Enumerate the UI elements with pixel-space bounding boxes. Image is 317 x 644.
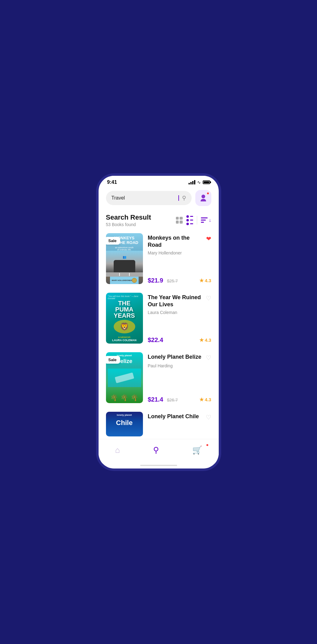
nav-search[interactable]: ⚲ (147, 444, 165, 456)
profile-button[interactable] (195, 190, 211, 206)
nav-cart[interactable]: 🛒 (186, 444, 208, 456)
main-content: Travel ⚲ Search Result 53 Books found (99, 188, 219, 439)
book-card-4[interactable]: lonely planet Chile Lonely Planet Chile … (106, 412, 211, 436)
book-title-2: The Year We Ruined Our Lives (148, 294, 203, 308)
home-indicator (140, 465, 177, 466)
book-price-2: $22.4 (148, 336, 163, 343)
book-info-4: Lonely Planet Chile ♡ (148, 412, 211, 436)
book-info-3: Lonely Planet Belize ♡ Paul Harding $21.… (148, 352, 211, 403)
book-card-3[interactable]: Sale lonely planet Belize 🌴 🌴 🌴 (106, 352, 211, 403)
favorite-button-1[interactable]: ❤ (206, 235, 211, 242)
view-controls: ↓ (176, 215, 211, 225)
results-count: 53 Books found (106, 222, 151, 227)
battery-icon (203, 180, 210, 184)
book-author-2: Laura Coleman (148, 310, 211, 315)
book-info-1: Monkeys on the Road ❤ Mary Hollendoner $… (148, 233, 211, 284)
book-price-1: $21.9 (148, 277, 163, 284)
phone-frame: 9:41 ∿ Travel ⚲ (99, 176, 219, 469)
results-text: Search Result 53 Books found (106, 213, 151, 227)
signal-icon (189, 180, 195, 184)
sort-arrow-icon: ↓ (209, 217, 211, 223)
search-input[interactable]: Travel ⚲ (106, 191, 192, 205)
search-value: Travel (112, 195, 175, 201)
star-icon-2: ★ (199, 337, 204, 343)
bottom-navigation: ⌂ ⚲ 🛒 (99, 439, 219, 464)
book-price-3: $21.4 (148, 396, 163, 403)
book-author-3: Paul Harding (148, 363, 211, 368)
sale-badge-1: Sale (106, 237, 120, 245)
book-rating-1: ★ 4.3 (199, 278, 211, 283)
star-icon-1: ★ (199, 278, 204, 283)
text-cursor (178, 195, 179, 201)
book-rating-3: ★ 4.3 (199, 397, 211, 402)
profile-icon (199, 194, 208, 202)
book-cover-4: lonely planet Chile (106, 412, 143, 436)
divider (197, 216, 197, 225)
favorite-button-4[interactable]: ♡ (206, 414, 211, 421)
book-original-price-1: $25.7 (167, 279, 178, 283)
list-view-button[interactable] (186, 215, 193, 225)
belize-palms: 🌴 🌴 🌴 (110, 394, 138, 401)
status-bar: 9:41 ∿ (99, 176, 219, 188)
book-card-2[interactable]: "You will love this book." —Jane Goodall… (106, 293, 211, 344)
profile-notification-badge (206, 192, 209, 195)
book-cover-2: "You will love this book." —Jane Goodall… (106, 293, 143, 344)
nav-home[interactable]: ⌂ (109, 444, 126, 456)
sale-badge-3: Sale (106, 356, 120, 364)
book-title-1: Monkeys on the Road (148, 234, 204, 249)
results-heading: Search Result (106, 213, 151, 221)
search-icon: ⚲ (182, 195, 186, 201)
search-row: Travel ⚲ (106, 188, 211, 206)
results-header: Search Result 53 Books found (106, 213, 211, 227)
rating-value-3: 4.3 (205, 397, 211, 402)
home-icon: ⌂ (115, 445, 120, 455)
wifi-icon: ∿ (197, 180, 201, 185)
puma-illustration: 🦁 (114, 320, 135, 333)
cart-notification-badge (206, 444, 209, 447)
rating-value-1: 4.3 (205, 278, 211, 283)
grid-view-button[interactable] (176, 217, 183, 224)
book-rating-2: ★ 4.3 (199, 337, 211, 343)
book-title-4: Lonely Planet Chile (148, 413, 203, 420)
rating-value-2: 4.3 (205, 337, 211, 343)
search-nav-icon: ⚲ (153, 445, 159, 455)
book-author-1: Mary Hollendoner (148, 250, 211, 255)
book-cover-1: Sale MONKEYSON THE ROAD an adventure sou… (106, 233, 143, 284)
cart-icon: 🛒 (192, 445, 202, 455)
status-time: 9:41 (107, 180, 117, 185)
favorite-button-2[interactable]: ♡ (206, 295, 211, 302)
book-cover-3: Sale lonely planet Belize 🌴 🌴 🌴 (106, 352, 143, 403)
status-icons: ∿ (189, 180, 210, 185)
favorite-button-3[interactable]: ♡ (206, 354, 211, 361)
book-original-price-3: $26.7 (167, 398, 178, 402)
book-info-2: The Year We Ruined Our Lives ♡ Laura Col… (148, 293, 211, 344)
book-card-1[interactable]: Sale MONKEYSON THE ROAD an adventure sou… (106, 233, 211, 284)
star-icon-3: ★ (199, 397, 204, 402)
sort-button[interactable]: ↓ (201, 217, 211, 223)
book-title-3: Lonely Planet Belize (148, 353, 203, 361)
